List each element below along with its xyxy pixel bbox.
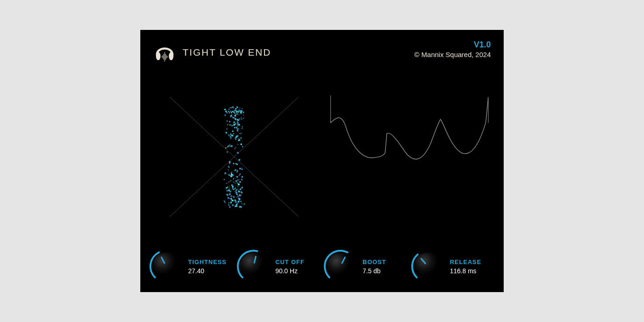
svg-point-88	[239, 133, 240, 134]
svg-point-103	[230, 137, 232, 139]
svg-point-197	[230, 201, 232, 202]
svg-point-157	[235, 187, 236, 188]
svg-point-207	[230, 124, 230, 125]
svg-point-199	[240, 206, 242, 208]
svg-point-108	[237, 186, 238, 187]
plugin-title: TIGHT LOW END	[183, 47, 271, 58]
svg-point-119	[226, 190, 228, 192]
svg-point-150	[241, 117, 242, 118]
svg-point-211	[240, 196, 241, 197]
release-value: 116.8 ms	[450, 267, 481, 275]
svg-point-253	[244, 203, 245, 205]
svg-point-61	[231, 190, 232, 190]
svg-point-70	[236, 114, 237, 115]
headphones-icon	[153, 40, 176, 65]
release-knob[interactable]	[410, 249, 445, 284]
svg-point-229	[231, 145, 233, 147]
svg-point-52	[224, 109, 225, 110]
svg-point-227	[230, 175, 232, 177]
svg-point-64	[243, 115, 244, 115]
svg-point-78	[239, 179, 240, 180]
svg-point-71	[226, 112, 228, 114]
svg-point-94	[236, 190, 237, 190]
svg-point-34	[227, 197, 229, 199]
svg-point-134	[240, 189, 241, 190]
svg-point-154	[236, 192, 237, 194]
svg-point-261	[236, 119, 238, 121]
cutoff-label: CUT OFF	[276, 259, 305, 265]
svg-point-156	[235, 183, 236, 184]
svg-point-237	[227, 151, 228, 153]
svg-point-183	[226, 121, 228, 122]
svg-point-175	[242, 110, 243, 112]
svg-point-259	[228, 134, 230, 136]
svg-point-54	[230, 180, 231, 181]
svg-point-166	[230, 112, 232, 113]
svg-point-236	[230, 199, 232, 201]
svg-point-247	[231, 173, 232, 174]
svg-point-114	[237, 171, 238, 172]
svg-point-222	[234, 115, 236, 117]
svg-point-203	[232, 186, 234, 188]
svg-point-137	[225, 132, 227, 134]
svg-point-33	[237, 126, 238, 126]
svg-point-129	[228, 169, 229, 170]
svg-point-16	[239, 174, 240, 176]
svg-point-22	[224, 202, 225, 203]
knob-release: RELEASE 116.8 ms	[410, 249, 495, 284]
boost-knob[interactable]	[323, 249, 358, 284]
boost-value: 7.5 db	[362, 267, 386, 275]
svg-point-148	[231, 115, 232, 115]
svg-point-251	[225, 110, 227, 112]
svg-point-257	[241, 144, 242, 145]
svg-point-139	[236, 197, 237, 198]
visualizer-row	[153, 88, 491, 226]
svg-point-234	[229, 162, 230, 164]
copyright-label: © Mannix Squared, 2024	[414, 51, 491, 58]
cutoff-knob[interactable]	[236, 249, 271, 284]
svg-point-235	[235, 108, 236, 109]
svg-point-245	[229, 206, 231, 208]
tightness-knob[interactable]	[149, 249, 184, 284]
svg-point-269	[233, 122, 234, 123]
svg-point-65	[240, 173, 241, 174]
tightness-label: TIGHTNESS	[188, 259, 226, 265]
svg-point-84	[229, 198, 230, 199]
correlation-scope	[153, 88, 315, 226]
svg-point-208	[233, 124, 235, 126]
svg-point-239	[238, 110, 239, 111]
svg-point-39	[238, 159, 240, 161]
svg-point-250	[239, 206, 240, 207]
svg-point-168	[228, 204, 230, 206]
svg-point-267	[237, 121, 239, 123]
svg-point-56	[233, 133, 235, 134]
svg-point-202	[236, 206, 237, 207]
svg-point-48	[242, 126, 243, 127]
knob-row: TIGHTNESS 27.40 CUT OFF 90.0 Hz BOOST 7.…	[149, 249, 495, 284]
svg-point-43	[232, 106, 234, 108]
svg-point-231	[226, 183, 227, 184]
svg-point-205	[231, 116, 232, 117]
svg-point-193	[242, 108, 242, 109]
svg-point-248	[232, 117, 234, 118]
svg-point-37	[241, 133, 242, 134]
svg-point-115	[228, 166, 229, 167]
svg-point-214	[229, 193, 230, 195]
svg-point-209	[239, 168, 241, 170]
svg-point-98	[224, 201, 225, 202]
svg-point-216	[237, 196, 239, 197]
svg-point-100	[233, 196, 234, 197]
svg-point-124	[232, 131, 233, 132]
svg-point-107	[227, 124, 228, 125]
svg-point-215	[238, 190, 239, 190]
svg-point-123	[235, 113, 236, 115]
svg-point-76	[230, 145, 231, 147]
svg-point-181	[237, 152, 239, 154]
svg-point-163	[238, 197, 239, 199]
svg-point-240	[231, 195, 232, 196]
svg-point-155	[238, 114, 239, 115]
svg-point-106	[237, 189, 238, 190]
svg-point-243	[236, 136, 237, 138]
svg-point-217	[242, 118, 243, 120]
knob-tightness: TIGHTNESS 27.40	[149, 249, 234, 284]
